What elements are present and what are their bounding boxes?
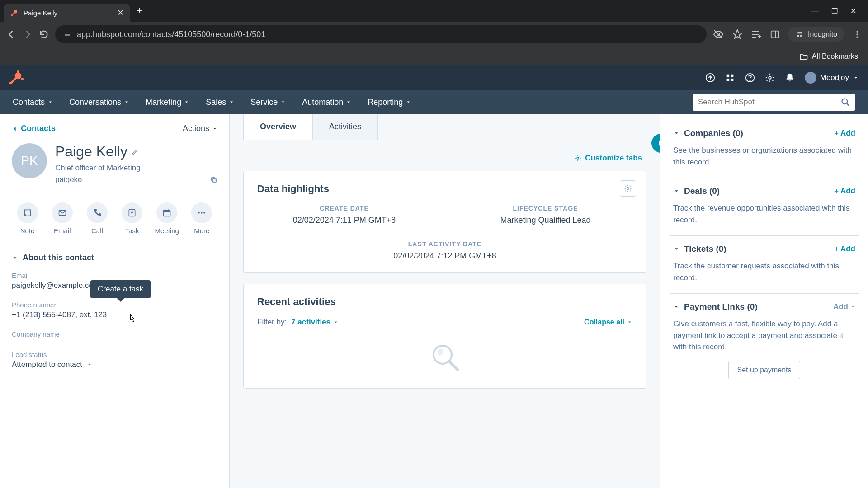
edit-name-icon[interactable] — [131, 148, 139, 156]
chevron-down-icon — [280, 99, 286, 105]
copy-email-icon[interactable] — [210, 176, 217, 183]
action-note[interactable]: Note — [12, 202, 43, 235]
nav-sales[interactable]: Sales — [206, 98, 234, 107]
svg-point-27 — [198, 212, 200, 213]
action-task[interactable]: Task — [116, 202, 148, 235]
phone-value[interactable]: +1 (213) 555-4087, ext. 123 — [12, 310, 217, 319]
incognito-button[interactable]: Incognito — [788, 27, 844, 42]
svg-point-1 — [11, 14, 13, 16]
tickets-body: Track the customer requests associated w… — [673, 260, 855, 283]
notifications-icon[interactable] — [785, 73, 795, 83]
action-more[interactable]: More — [186, 202, 217, 235]
companies-add-button[interactable]: + Add — [834, 129, 855, 138]
window-maximize-icon[interactable]: ❐ — [831, 7, 838, 15]
svg-point-4 — [797, 35, 799, 37]
global-search[interactable] — [693, 94, 855, 111]
lead-status-label: Lead status — [12, 351, 217, 358]
bookmark-star-icon[interactable] — [732, 29, 743, 40]
marketplace-icon[interactable] — [725, 73, 735, 83]
avatar-icon — [805, 72, 816, 84]
url-bar[interactable]: app.hubspot.com/contacts/45105500/record… — [55, 25, 707, 43]
chevron-down-icon[interactable] — [673, 304, 679, 310]
customize-tabs-button[interactable]: Customize tabs — [574, 154, 642, 163]
chevron-left-icon — [12, 126, 18, 132]
tickets-title[interactable]: Tickets (0) — [684, 244, 830, 254]
svg-rect-17 — [731, 79, 734, 81]
action-email[interactable]: Email — [47, 202, 78, 235]
chevron-down-icon — [853, 75, 859, 81]
filter-activities-dropdown[interactable]: 7 activities — [291, 318, 339, 327]
recent-activities-title: Recent activities — [257, 296, 632, 308]
about-section-toggle[interactable]: About this contact — [0, 244, 229, 269]
nav-marketing[interactable]: Marketing — [146, 98, 189, 107]
card-settings-button[interactable] — [620, 180, 636, 197]
url-text: app.hubspot.com/contacts/45105500/record… — [77, 30, 698, 39]
nav-contacts[interactable]: Contacts — [13, 98, 53, 107]
svg-point-5 — [800, 35, 802, 37]
action-call[interactable]: Call — [81, 202, 113, 235]
hl-create-date-value: 02/02/2024 7:11 PM GMT+8 — [257, 216, 431, 225]
collapse-all-button[interactable]: Collapse all — [584, 318, 632, 326]
window-close-icon[interactable]: ✕ — [850, 7, 856, 15]
chevron-down-icon — [333, 319, 339, 325]
browser-forward-icon[interactable] — [23, 29, 33, 39]
svg-rect-26 — [164, 210, 170, 216]
phone-icon — [93, 208, 102, 217]
chevron-down-icon[interactable] — [673, 130, 679, 136]
upgrade-icon[interactable] — [705, 73, 715, 83]
action-meeting[interactable]: Meeting — [151, 202, 183, 235]
browser-tab[interactable]: Paige Kelly ✕ — [4, 4, 130, 22]
all-bookmarks-button[interactable]: All Bookmarks — [812, 52, 858, 61]
new-tab-button[interactable]: + — [137, 5, 142, 17]
tickets-add-button[interactable]: + Add — [834, 244, 855, 253]
window-minimize-icon[interactable]: — — [811, 7, 819, 15]
browser-reload-icon[interactable] — [39, 29, 49, 39]
svg-rect-15 — [731, 75, 734, 77]
sidepanel-icon[interactable] — [770, 29, 780, 39]
svg-point-7 — [856, 33, 858, 35]
account-menu[interactable]: Moodjoy — [805, 72, 859, 84]
tab-close-icon[interactable]: ✕ — [117, 8, 124, 18]
payment-links-title[interactable]: Payment Links (0) — [684, 302, 829, 312]
svg-point-20 — [769, 76, 771, 79]
action-call-label: Call — [91, 227, 103, 235]
deals-title[interactable]: Deals (0) — [684, 186, 830, 196]
contact-avatar[interactable]: PK — [12, 143, 47, 178]
chevron-down-icon[interactable] — [673, 188, 679, 194]
nav-automation[interactable]: Automation — [302, 98, 351, 107]
svg-point-8 — [856, 36, 858, 38]
hubspot-favicon — [10, 8, 19, 17]
action-more-label: More — [194, 227, 209, 235]
nav-conversations[interactable]: Conversations — [69, 98, 129, 107]
svg-point-10 — [9, 82, 13, 85]
expand-right-sidebar-button[interactable] — [651, 134, 660, 153]
action-note-label: Note — [20, 227, 35, 235]
deals-add-button[interactable]: + Add — [834, 187, 855, 196]
more-icon — [197, 208, 206, 217]
chevron-down-icon — [212, 126, 217, 131]
nav-reporting[interactable]: Reporting — [368, 98, 411, 107]
lead-status-select[interactable]: Attempted to contact — [12, 360, 217, 369]
setup-payments-button[interactable]: Set up payments — [728, 361, 800, 379]
payment-links-body: Give customers a fast, flexible way to p… — [673, 318, 855, 353]
settings-icon[interactable] — [765, 73, 775, 83]
contact-email-short: paigeke — [55, 175, 82, 184]
playlist-icon[interactable] — [751, 29, 762, 40]
tab-activities[interactable]: Activities — [313, 114, 378, 140]
help-icon[interactable] — [745, 73, 755, 83]
svg-rect-3 — [771, 31, 779, 38]
lead-status-value: Attempted to contact — [12, 360, 82, 369]
search-input[interactable] — [698, 98, 836, 107]
nav-service[interactable]: Service — [250, 98, 286, 107]
companies-title[interactable]: Companies (0) — [684, 128, 830, 138]
browser-back-icon[interactable] — [6, 29, 16, 39]
back-to-contacts[interactable]: Contacts — [12, 124, 56, 133]
browser-menu-icon[interactable] — [853, 30, 862, 39]
tab-overview[interactable]: Overview — [244, 114, 313, 140]
actions-menu[interactable]: Actions — [183, 124, 217, 133]
eye-off-icon[interactable] — [713, 29, 724, 40]
hubspot-logo-icon[interactable] — [9, 70, 24, 85]
svg-point-12 — [21, 78, 24, 80]
chevron-down-icon[interactable] — [673, 246, 679, 252]
payment-links-add-button[interactable]: Add — [833, 302, 855, 311]
